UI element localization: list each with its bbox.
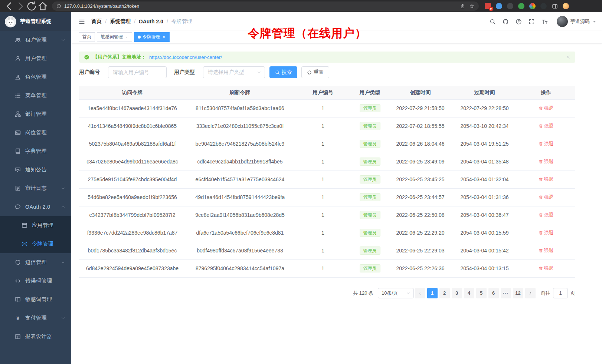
next-page-button[interactable] (525, 288, 536, 298)
site-info-icon[interactable] (56, 4, 61, 9)
sidebar-item-audit-log[interactable]: 审计日志 (0, 179, 71, 198)
sidebar-item-dept[interactable]: 部门管理 (0, 105, 71, 123)
browser-home-button[interactable] (37, 1, 48, 12)
page-size-select[interactable]: 10条/页 (378, 288, 414, 298)
sidebar-item-report-designer[interactable]: 报表设计器 (0, 327, 71, 346)
force-logout-button[interactable]: 强退 (539, 229, 554, 236)
column-header: 用户编号 (294, 86, 351, 99)
page-button-5[interactable]: 5 (476, 288, 487, 298)
fullscreen-icon[interactable] (529, 19, 535, 25)
browser-profile-avatar[interactable] (563, 3, 569, 9)
extension-icon[interactable] (529, 3, 536, 9)
force-logout-button[interactable]: 强退 (539, 194, 554, 201)
page-button-3[interactable]: 3 (452, 288, 462, 298)
extension-icon[interactable] (496, 3, 502, 9)
page-button-4[interactable]: 4 (464, 288, 474, 298)
user-id-input[interactable] (108, 66, 167, 78)
force-logout-button[interactable]: 强退 (539, 247, 554, 254)
user-menu[interactable]: 芋道源码 (557, 16, 596, 27)
reset-button[interactable]: 重置 (301, 66, 329, 78)
cell-user-type: 管理员 (351, 171, 388, 188)
sidebar-item-role[interactable]: 角色管理 (0, 68, 71, 86)
app-title: 芋道管理系统 (20, 18, 51, 25)
sidebar-item-oauth2-token[interactable]: 令牌管理 (0, 235, 71, 253)
force-logout-button[interactable]: 强退 (539, 176, 554, 183)
log-icon (15, 185, 21, 191)
cell-user-id: 1 (294, 99, 351, 117)
browser-reload-button[interactable] (26, 1, 37, 12)
sidebar-item-sms[interactable]: 短信管理 (0, 253, 71, 272)
prev-page-button[interactable] (415, 288, 425, 298)
split-view-icon[interactable] (552, 3, 558, 9)
table-row: 502375b8040a469a9b82188afdf6af1fbe90422b… (79, 135, 575, 153)
cell-refresh-token: cdfc4ce9c2da4bb1bdf21b9918ff4be5 (186, 153, 294, 171)
sidebar-item-oauth2-application[interactable]: 应用管理 (0, 216, 71, 235)
force-logout-button[interactable]: 强退 (539, 212, 554, 218)
force-logout-label: 强退 (544, 247, 554, 254)
force-logout-button[interactable]: 强退 (539, 265, 554, 272)
url-bar[interactable]: 127.0.0.1:1024/system/oauth2/token (52, 1, 479, 11)
sidebar-item-user[interactable]: 用户管理 (0, 49, 71, 68)
sidebar-toggle-button[interactable] (77, 19, 87, 25)
breadcrumb-item[interactable]: 令牌管理 (171, 18, 192, 25)
force-logout-button[interactable]: 强退 (539, 158, 554, 165)
cell-expire-time: 2022-07-29 22:28:50 (452, 99, 517, 117)
cell-access-token: b0d1785bc3a8482f812db4a3f3bd15ec (79, 242, 186, 259)
sidebar-item-sensitive-word[interactable]: 敏感词管理 (0, 290, 71, 309)
breadcrumb-item[interactable]: OAuth 2.0 (139, 19, 163, 24)
sidebar-item-oauth2[interactable]: OAuth 2.0 (0, 198, 71, 216)
share-icon[interactable] (460, 4, 465, 9)
logo-avatar-image (5, 16, 16, 27)
extension-icon[interactable] (518, 3, 524, 9)
force-logout-button[interactable]: 强退 (539, 105, 554, 112)
github-icon[interactable] (503, 19, 509, 25)
browser-forward-button[interactable] (15, 1, 26, 12)
breadcrumb-item[interactable]: 系统管理 (110, 18, 131, 25)
bookmark-star-icon[interactable] (470, 4, 474, 9)
table-row: 6d842e2924594de9a09e45e087323abe8796295f… (79, 259, 575, 277)
search-form: 用户编号 用户类型 请选择用户类型 搜索 重置 (79, 66, 575, 78)
cell-created-time: 2022-06-25 23:45:25 (388, 171, 452, 188)
column-header: 过期时间 (452, 86, 517, 99)
help-icon[interactable] (516, 19, 522, 25)
select-placeholder: 请选择用户类型 (208, 69, 244, 76)
breadcrumb-item[interactable]: 首页 (91, 18, 102, 25)
tags-view: 首页敏感词管理令牌管理 (71, 31, 602, 43)
sidebar-item-post[interactable]: 岗位管理 (0, 123, 71, 142)
search-icon[interactable] (490, 19, 496, 25)
user-type-select[interactable]: 请选择用户类型 (203, 66, 265, 78)
sidebar-item-notice[interactable]: 通知公告 (0, 161, 71, 179)
extension-icon[interactable] (540, 3, 547, 9)
page-button-12[interactable]: 12 (513, 288, 523, 298)
font-size-icon[interactable] (542, 19, 548, 25)
tab-token-management[interactable]: 令牌管理 (134, 32, 170, 42)
cell-actions: 强退 (517, 153, 575, 171)
sidebar-item-pay[interactable]: ¥支付管理 (0, 309, 71, 327)
app-logo[interactable]: 芋道管理系统 (0, 12, 71, 31)
cell-actions: 强退 (517, 224, 575, 242)
sidebar-item-menu[interactable]: 菜单管理 (0, 86, 71, 105)
tab-home[interactable]: 首页 (79, 32, 95, 42)
extension-icon[interactable]: 0 (485, 3, 491, 9)
extension-icon[interactable] (507, 3, 513, 9)
alert-close-icon[interactable] (566, 55, 570, 59)
sidebar: 芋道管理系统 租户管理用户管理角色管理菜单管理部门管理岗位管理字典管理通知公告审… (0, 12, 71, 364)
sidebar-item-label: 报表设计器 (25, 333, 52, 340)
sidebar-item-label: 用户管理 (25, 55, 47, 62)
page-button-2[interactable]: 2 (439, 288, 450, 298)
force-logout-label: 强退 (544, 265, 554, 272)
page-button-6[interactable]: 6 (488, 288, 499, 298)
page-button-1[interactable]: 1 (427, 288, 438, 298)
sidebar-item-tenant[interactable]: 租户管理 (0, 31, 71, 49)
sidebar-item-dict[interactable]: 字典管理 (0, 142, 71, 161)
doc-link[interactable]: https://doc.iocoder.cn/user-center/ (149, 54, 222, 60)
force-logout-button[interactable]: 强退 (539, 140, 554, 147)
pager-more-button[interactable]: ··· (501, 288, 511, 298)
tab-sensitive-word[interactable]: 敏感词管理 (97, 32, 132, 42)
force-logout-button[interactable]: 强退 (539, 123, 554, 129)
cell-user-type: 管理员 (351, 259, 388, 277)
sidebar-item-error-code[interactable]: 错误码管理 (0, 272, 71, 290)
goto-page-input[interactable] (553, 288, 568, 298)
search-button[interactable]: 搜索 (269, 66, 297, 78)
browser-back-button[interactable] (4, 1, 15, 12)
